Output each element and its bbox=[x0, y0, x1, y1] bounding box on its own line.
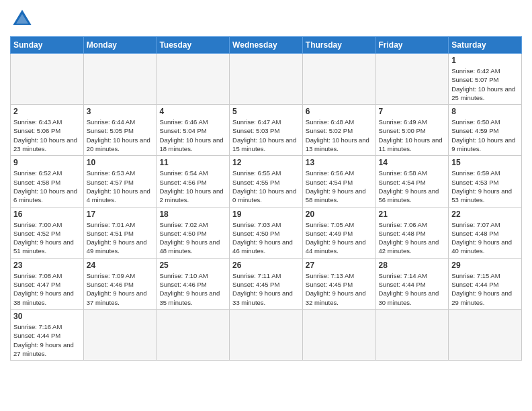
day-info: Sunrise: 7:08 AM Sunset: 4:47 PM Dayligh… bbox=[13, 271, 81, 307]
calendar-cell: 3Sunrise: 6:44 AM Sunset: 5:05 PM Daylig… bbox=[83, 105, 157, 156]
calendar-cell: 26Sunrise: 7:11 AM Sunset: 4:45 PM Dayli… bbox=[230, 258, 303, 309]
calendar-cell bbox=[449, 309, 522, 360]
day-number: 8 bbox=[451, 107, 519, 116]
weekday-header-tuesday: Tuesday bbox=[157, 37, 230, 54]
weekday-header-friday: Friday bbox=[375, 37, 449, 54]
calendar-cell: 23Sunrise: 7:08 AM Sunset: 4:47 PM Dayli… bbox=[11, 258, 84, 309]
calendar-cell bbox=[230, 309, 303, 360]
day-number: 1 bbox=[451, 56, 519, 65]
calendar-cell: 16Sunrise: 7:00 AM Sunset: 4:52 PM Dayli… bbox=[11, 207, 84, 258]
day-info: Sunrise: 6:47 AM Sunset: 5:03 PM Dayligh… bbox=[232, 118, 300, 153]
calendar-cell: 9Sunrise: 6:52 AM Sunset: 4:58 PM Daylig… bbox=[11, 156, 84, 207]
day-info: Sunrise: 7:09 AM Sunset: 4:46 PM Dayligh… bbox=[87, 271, 154, 307]
day-number: 6 bbox=[306, 107, 373, 116]
page: SundayMondayTuesdayWednesdayThursdayFrid… bbox=[0, 0, 532, 411]
day-number: 5 bbox=[232, 107, 300, 116]
day-info: Sunrise: 6:46 AM Sunset: 5:04 PM Dayligh… bbox=[159, 118, 226, 153]
day-number: 22 bbox=[451, 210, 519, 219]
weekday-header-row: SundayMondayTuesdayWednesdayThursdayFrid… bbox=[11, 37, 522, 54]
day-info: Sunrise: 6:56 AM Sunset: 4:54 PM Dayligh… bbox=[306, 169, 373, 204]
day-info: Sunrise: 7:16 AM Sunset: 4:44 PM Dayligh… bbox=[13, 322, 81, 358]
calendar-cell: 13Sunrise: 6:56 AM Sunset: 4:54 PM Dayli… bbox=[302, 156, 375, 207]
calendar-cell: 28Sunrise: 7:14 AM Sunset: 4:44 PM Dayli… bbox=[375, 258, 449, 309]
calendar-cell: 15Sunrise: 6:59 AM Sunset: 4:53 PM Dayli… bbox=[449, 156, 522, 207]
weekday-header-sunday: Sunday bbox=[11, 37, 84, 54]
calendar-cell: 17Sunrise: 7:01 AM Sunset: 4:51 PM Dayli… bbox=[83, 207, 157, 258]
day-number: 18 bbox=[159, 210, 226, 219]
day-number: 9 bbox=[13, 158, 81, 167]
calendar-cell bbox=[83, 309, 157, 360]
day-info: Sunrise: 7:00 AM Sunset: 4:52 PM Dayligh… bbox=[13, 220, 81, 256]
calendar-cell: 24Sunrise: 7:09 AM Sunset: 4:46 PM Dayli… bbox=[83, 258, 157, 309]
calendar-cell bbox=[157, 54, 230, 105]
calendar-cell bbox=[302, 54, 375, 105]
calendar-cell bbox=[302, 309, 375, 360]
day-number: 14 bbox=[379, 158, 446, 167]
logo bbox=[10, 7, 37, 31]
week-row-4: 16Sunrise: 7:00 AM Sunset: 4:52 PM Dayli… bbox=[11, 207, 522, 258]
calendar-cell: 19Sunrise: 7:03 AM Sunset: 4:50 PM Dayli… bbox=[230, 207, 303, 258]
day-info: Sunrise: 7:01 AM Sunset: 4:51 PM Dayligh… bbox=[87, 220, 154, 256]
day-info: Sunrise: 7:03 AM Sunset: 4:50 PM Dayligh… bbox=[232, 220, 300, 256]
calendar-cell: 18Sunrise: 7:02 AM Sunset: 4:50 PM Dayli… bbox=[157, 207, 230, 258]
calendar-cell: 1Sunrise: 6:42 AM Sunset: 5:07 PM Daylig… bbox=[449, 54, 522, 105]
day-info: Sunrise: 6:43 AM Sunset: 5:06 PM Dayligh… bbox=[13, 118, 81, 153]
weekday-header-wednesday: Wednesday bbox=[230, 37, 303, 54]
day-info: Sunrise: 6:52 AM Sunset: 4:58 PM Dayligh… bbox=[13, 169, 81, 204]
day-number: 2 bbox=[13, 107, 81, 116]
day-number: 12 bbox=[232, 158, 300, 167]
day-info: Sunrise: 6:50 AM Sunset: 4:59 PM Dayligh… bbox=[451, 118, 519, 153]
calendar-cell: 25Sunrise: 7:10 AM Sunset: 4:46 PM Dayli… bbox=[157, 258, 230, 309]
calendar-cell: 29Sunrise: 7:15 AM Sunset: 4:44 PM Dayli… bbox=[449, 258, 522, 309]
calendar-cell: 14Sunrise: 6:58 AM Sunset: 4:54 PM Dayli… bbox=[375, 156, 449, 207]
day-number: 26 bbox=[232, 261, 300, 270]
calendar-cell bbox=[230, 54, 303, 105]
day-info: Sunrise: 7:15 AM Sunset: 4:44 PM Dayligh… bbox=[451, 271, 519, 307]
day-info: Sunrise: 6:54 AM Sunset: 4:56 PM Dayligh… bbox=[159, 169, 226, 204]
day-number: 4 bbox=[159, 107, 226, 116]
calendar-cell bbox=[11, 54, 84, 105]
day-number: 29 bbox=[451, 261, 519, 270]
day-number: 13 bbox=[306, 158, 373, 167]
day-number: 16 bbox=[13, 210, 81, 219]
day-number: 17 bbox=[87, 210, 154, 219]
calendar-cell: 20Sunrise: 7:05 AM Sunset: 4:49 PM Dayli… bbox=[302, 207, 375, 258]
calendar-cell: 11Sunrise: 6:54 AM Sunset: 4:56 PM Dayli… bbox=[157, 156, 230, 207]
calendar-cell: 27Sunrise: 7:13 AM Sunset: 4:45 PM Dayli… bbox=[302, 258, 375, 309]
header bbox=[10, 7, 522, 31]
day-info: Sunrise: 6:55 AM Sunset: 4:55 PM Dayligh… bbox=[232, 169, 300, 204]
day-number: 24 bbox=[87, 261, 154, 270]
day-number: 10 bbox=[87, 158, 154, 167]
day-info: Sunrise: 6:53 AM Sunset: 4:57 PM Dayligh… bbox=[87, 169, 154, 204]
day-number: 15 bbox=[451, 158, 519, 167]
day-number: 21 bbox=[379, 210, 446, 219]
day-number: 20 bbox=[306, 210, 373, 219]
calendar-cell bbox=[157, 309, 230, 360]
day-number: 11 bbox=[159, 158, 226, 167]
week-row-3: 9Sunrise: 6:52 AM Sunset: 4:58 PM Daylig… bbox=[11, 156, 522, 207]
day-info: Sunrise: 6:58 AM Sunset: 4:54 PM Dayligh… bbox=[379, 169, 446, 204]
day-number: 25 bbox=[159, 261, 226, 270]
week-row-2: 2Sunrise: 6:43 AM Sunset: 5:06 PM Daylig… bbox=[11, 105, 522, 156]
day-info: Sunrise: 7:07 AM Sunset: 4:48 PM Dayligh… bbox=[451, 220, 519, 256]
day-info: Sunrise: 7:14 AM Sunset: 4:44 PM Dayligh… bbox=[379, 271, 446, 307]
day-number: 28 bbox=[379, 261, 446, 270]
calendar-cell bbox=[375, 54, 449, 105]
day-number: 19 bbox=[232, 210, 300, 219]
calendar-cell bbox=[375, 309, 449, 360]
weekday-header-monday: Monday bbox=[83, 37, 157, 54]
calendar-cell: 12Sunrise: 6:55 AM Sunset: 4:55 PM Dayli… bbox=[230, 156, 303, 207]
weekday-header-saturday: Saturday bbox=[449, 37, 522, 54]
calendar-cell: 6Sunrise: 6:48 AM Sunset: 5:02 PM Daylig… bbox=[302, 105, 375, 156]
day-info: Sunrise: 6:42 AM Sunset: 5:07 PM Dayligh… bbox=[451, 66, 519, 102]
week-row-1: 1Sunrise: 6:42 AM Sunset: 5:07 PM Daylig… bbox=[11, 54, 522, 105]
day-info: Sunrise: 6:48 AM Sunset: 5:02 PM Dayligh… bbox=[306, 118, 373, 153]
day-number: 27 bbox=[306, 261, 373, 270]
day-number: 3 bbox=[87, 107, 154, 116]
day-info: Sunrise: 7:06 AM Sunset: 4:48 PM Dayligh… bbox=[379, 220, 446, 256]
calendar-cell: 8Sunrise: 6:50 AM Sunset: 4:59 PM Daylig… bbox=[449, 105, 522, 156]
day-info: Sunrise: 6:59 AM Sunset: 4:53 PM Dayligh… bbox=[451, 169, 519, 204]
day-info: Sunrise: 7:13 AM Sunset: 4:45 PM Dayligh… bbox=[306, 271, 373, 307]
calendar-cell: 22Sunrise: 7:07 AM Sunset: 4:48 PM Dayli… bbox=[449, 207, 522, 258]
calendar-cell: 5Sunrise: 6:47 AM Sunset: 5:03 PM Daylig… bbox=[230, 105, 303, 156]
